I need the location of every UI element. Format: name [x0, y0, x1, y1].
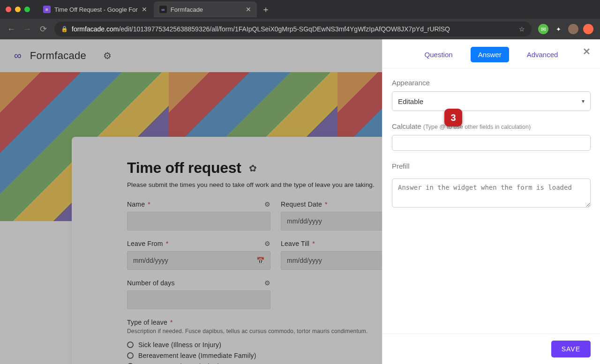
browser-chrome: ≡ Time Off Request - Google For ✕ ∞ Form… — [0, 0, 600, 39]
tab-advanced[interactable]: Advanced — [519, 47, 566, 62]
chevron-down-icon: ▾ — [582, 98, 585, 104]
close-tab-icon[interactable]: ✕ — [142, 6, 147, 13]
forward-icon[interactable]: → — [22, 24, 32, 34]
settings-side-panel: Question Answer Advanced ✕ Appearance Ed… — [382, 39, 600, 364]
lock-icon: 🔒 — [61, 26, 68, 32]
tab-title: Formfacade — [171, 6, 203, 13]
select-value: Editable — [398, 97, 423, 105]
calculate-input[interactable] — [392, 135, 591, 151]
close-tab-icon[interactable]: ✕ — [246, 6, 251, 13]
extension-icon[interactable]: ✉ — [538, 24, 548, 34]
tab-bar: ≡ Time Off Request - Google For ✕ ∞ Form… — [0, 0, 600, 19]
panel-tab-bar: Question Answer Advanced ✕ — [382, 39, 600, 68]
close-icon[interactable]: ✕ — [583, 46, 591, 57]
maximize-window-icon[interactable] — [24, 7, 30, 12]
url-input[interactable]: 🔒 formfacade.com/edit/101397753425638859… — [54, 22, 532, 37]
browser-tab-formfacade[interactable]: ∞ Formfacade ✕ — [154, 1, 257, 17]
save-button[interactable]: SAVE — [551, 341, 591, 357]
address-bar: ← → ⟳ 🔒 formfacade.com/edit/101397753425… — [0, 19, 600, 39]
extension-icon[interactable] — [583, 24, 593, 34]
panel-footer: SAVE — [382, 334, 600, 364]
back-icon[interactable]: ← — [7, 24, 16, 34]
appearance-label: Appearance — [392, 79, 591, 87]
prefill-label: Prefill — [392, 162, 591, 170]
avatar[interactable] — [568, 24, 578, 34]
favicon-icon: ∞ — [159, 6, 167, 13]
reload-icon[interactable]: ⟳ — [38, 24, 48, 34]
new-tab-button[interactable]: ＋ — [262, 4, 270, 15]
tab-answer[interactable]: Answer — [471, 47, 509, 62]
close-window-icon[interactable] — [6, 7, 11, 12]
panel-body: Appearance Editable ▾ Calculate (Type @ … — [382, 68, 600, 334]
appearance-select[interactable]: Editable ▾ — [392, 91, 591, 111]
calculate-label: Calculate (Type @ to use other fields in… — [392, 122, 591, 130]
minimize-window-icon[interactable] — [15, 7, 21, 12]
browser-tab-google-forms[interactable]: ≡ Time Off Request - Google For ✕ — [38, 1, 153, 17]
favicon-icon: ≡ — [43, 6, 51, 13]
app-viewport: ∞ Formfacade ⚙ Time off request ✿ Please… — [0, 39, 600, 364]
annotation-step-badge: 3 — [444, 109, 462, 126]
prefill-textarea[interactable] — [392, 178, 591, 208]
window-controls — [6, 7, 30, 12]
extensions-menu-icon[interactable]: ✦ — [553, 24, 563, 34]
url-text: formfacade.com/edit/10139775342563885932… — [72, 25, 450, 33]
star-icon[interactable]: ☆ — [519, 25, 525, 33]
tab-question[interactable]: Question — [417, 47, 460, 62]
extension-icons: ✉ ✦ — [538, 24, 593, 34]
tab-title: Time Off Request - Google For — [54, 6, 138, 13]
